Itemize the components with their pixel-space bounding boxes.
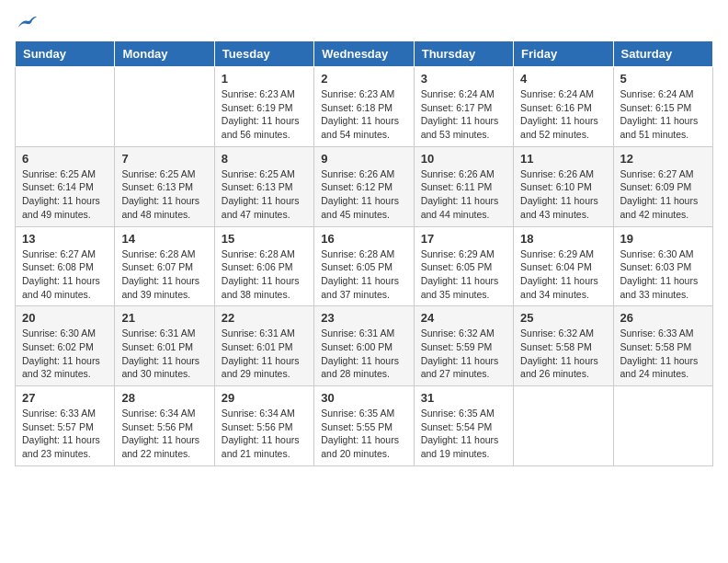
calendar-header-friday: Friday xyxy=(514,41,613,67)
day-info: Sunrise: 6:28 AM Sunset: 6:07 PM Dayligh… xyxy=(121,247,207,302)
day-number: 16 xyxy=(321,232,406,246)
calendar-cell: 22Sunrise: 6:31 AM Sunset: 6:01 PM Dayli… xyxy=(214,306,313,386)
day-info: Sunrise: 6:24 AM Sunset: 6:16 PM Dayligh… xyxy=(520,87,606,142)
calendar-cell xyxy=(16,67,115,147)
calendar-header-wednesday: Wednesday xyxy=(314,41,414,67)
day-info: Sunrise: 6:31 AM Sunset: 6:01 PM Dayligh… xyxy=(121,327,207,381)
day-number: 25 xyxy=(520,311,606,325)
day-info: Sunrise: 6:25 AM Sunset: 6:13 PM Dayligh… xyxy=(121,167,207,222)
day-info: Sunrise: 6:24 AM Sunset: 6:15 PM Dayligh… xyxy=(620,87,706,142)
calendar-week-row: 27Sunrise: 6:33 AM Sunset: 5:57 PM Dayli… xyxy=(16,386,713,466)
calendar-cell: 15Sunrise: 6:28 AM Sunset: 6:06 PM Dayli… xyxy=(214,226,313,306)
calendar-cell: 9Sunrise: 6:26 AM Sunset: 6:12 PM Daylig… xyxy=(314,146,414,226)
day-info: Sunrise: 6:24 AM Sunset: 6:17 PM Dayligh… xyxy=(421,87,506,142)
day-info: Sunrise: 6:31 AM Sunset: 6:01 PM Dayligh… xyxy=(222,327,307,381)
day-number: 21 xyxy=(121,311,207,325)
calendar-cell: 23Sunrise: 6:31 AM Sunset: 6:00 PM Dayli… xyxy=(314,306,414,386)
calendar-cell: 14Sunrise: 6:28 AM Sunset: 6:07 PM Dayli… xyxy=(115,226,214,306)
day-number: 27 xyxy=(22,391,108,405)
calendar-header-monday: Monday xyxy=(115,41,214,67)
day-info: Sunrise: 6:33 AM Sunset: 5:57 PM Dayligh… xyxy=(22,407,108,461)
day-info: Sunrise: 6:30 AM Sunset: 6:03 PM Dayligh… xyxy=(620,247,706,302)
calendar-cell: 29Sunrise: 6:34 AM Sunset: 5:56 PM Dayli… xyxy=(214,386,313,466)
calendar-cell xyxy=(115,67,214,147)
day-number: 10 xyxy=(421,152,506,166)
day-number: 3 xyxy=(421,72,506,86)
day-info: Sunrise: 6:35 AM Sunset: 5:55 PM Dayligh… xyxy=(321,407,406,461)
calendar-cell: 27Sunrise: 6:33 AM Sunset: 5:57 PM Dayli… xyxy=(16,386,115,466)
day-number: 18 xyxy=(520,232,606,246)
calendar-cell: 28Sunrise: 6:34 AM Sunset: 5:56 PM Dayli… xyxy=(115,386,214,466)
calendar-header-row: SundayMondayTuesdayWednesdayThursdayFrid… xyxy=(16,41,713,67)
day-info: Sunrise: 6:26 AM Sunset: 6:12 PM Dayligh… xyxy=(321,167,406,222)
day-number: 26 xyxy=(620,311,706,325)
calendar-cell: 24Sunrise: 6:32 AM Sunset: 5:59 PM Dayli… xyxy=(414,306,513,386)
day-number: 9 xyxy=(321,152,406,166)
calendar-cell: 20Sunrise: 6:30 AM Sunset: 6:02 PM Dayli… xyxy=(16,306,115,386)
calendar-header-saturday: Saturday xyxy=(613,41,712,67)
calendar-week-row: 1Sunrise: 6:23 AM Sunset: 6:19 PM Daylig… xyxy=(16,67,713,147)
day-number: 4 xyxy=(520,72,606,86)
calendar-header-tuesday: Tuesday xyxy=(214,41,313,67)
day-number: 8 xyxy=(222,152,307,166)
calendar-header-thursday: Thursday xyxy=(414,41,513,67)
calendar-cell: 6Sunrise: 6:25 AM Sunset: 6:14 PM Daylig… xyxy=(16,146,115,226)
calendar-cell: 21Sunrise: 6:31 AM Sunset: 6:01 PM Dayli… xyxy=(115,306,214,386)
day-number: 24 xyxy=(421,311,506,325)
calendar-cell: 18Sunrise: 6:29 AM Sunset: 6:04 PM Dayli… xyxy=(514,226,613,306)
calendar-cell: 10Sunrise: 6:26 AM Sunset: 6:11 PM Dayli… xyxy=(414,146,513,226)
day-number: 29 xyxy=(222,391,307,405)
calendar-cell: 16Sunrise: 6:28 AM Sunset: 6:05 PM Dayli… xyxy=(314,226,414,306)
calendar-week-row: 20Sunrise: 6:30 AM Sunset: 6:02 PM Dayli… xyxy=(16,306,713,386)
day-number: 14 xyxy=(121,232,207,246)
calendar-cell: 19Sunrise: 6:30 AM Sunset: 6:03 PM Dayli… xyxy=(613,226,712,306)
day-number: 30 xyxy=(321,391,406,405)
day-info: Sunrise: 6:32 AM Sunset: 5:58 PM Dayligh… xyxy=(520,327,606,381)
calendar-cell: 13Sunrise: 6:27 AM Sunset: 6:08 PM Dayli… xyxy=(16,226,115,306)
day-number: 22 xyxy=(222,311,307,325)
day-info: Sunrise: 6:31 AM Sunset: 6:00 PM Dayligh… xyxy=(321,327,406,381)
day-info: Sunrise: 6:29 AM Sunset: 6:05 PM Dayligh… xyxy=(421,247,506,302)
calendar-cell: 30Sunrise: 6:35 AM Sunset: 5:55 PM Dayli… xyxy=(314,386,414,466)
day-number: 23 xyxy=(321,311,406,325)
logo-bird-icon xyxy=(17,15,37,31)
calendar-header-sunday: Sunday xyxy=(16,41,115,67)
calendar-week-row: 13Sunrise: 6:27 AM Sunset: 6:08 PM Dayli… xyxy=(16,226,713,306)
calendar-cell: 31Sunrise: 6:35 AM Sunset: 5:54 PM Dayli… xyxy=(414,386,513,466)
day-info: Sunrise: 6:27 AM Sunset: 6:08 PM Dayligh… xyxy=(22,247,108,302)
calendar-cell: 11Sunrise: 6:26 AM Sunset: 6:10 PM Dayli… xyxy=(514,146,613,226)
calendar-cell: 7Sunrise: 6:25 AM Sunset: 6:13 PM Daylig… xyxy=(115,146,214,226)
day-number: 31 xyxy=(421,391,506,405)
day-info: Sunrise: 6:28 AM Sunset: 6:06 PM Dayligh… xyxy=(222,247,307,302)
day-number: 17 xyxy=(421,232,506,246)
calendar-cell: 12Sunrise: 6:27 AM Sunset: 6:09 PM Dayli… xyxy=(613,146,712,226)
calendar-cell xyxy=(514,386,613,466)
day-info: Sunrise: 6:33 AM Sunset: 5:58 PM Dayligh… xyxy=(620,327,706,381)
calendar-cell: 17Sunrise: 6:29 AM Sunset: 6:05 PM Dayli… xyxy=(414,226,513,306)
calendar-body: 1Sunrise: 6:23 AM Sunset: 6:19 PM Daylig… xyxy=(16,67,713,466)
day-number: 11 xyxy=(520,152,606,166)
calendar-cell: 26Sunrise: 6:33 AM Sunset: 5:58 PM Dayli… xyxy=(613,306,712,386)
day-number: 20 xyxy=(22,311,108,325)
calendar-week-row: 6Sunrise: 6:25 AM Sunset: 6:14 PM Daylig… xyxy=(16,146,713,226)
calendar-cell: 25Sunrise: 6:32 AM Sunset: 5:58 PM Dayli… xyxy=(514,306,613,386)
day-number: 15 xyxy=(222,232,307,246)
day-info: Sunrise: 6:32 AM Sunset: 5:59 PM Dayligh… xyxy=(421,327,506,381)
calendar-table: SundayMondayTuesdayWednesdayThursdayFrid… xyxy=(15,40,713,466)
calendar-cell: 3Sunrise: 6:24 AM Sunset: 6:17 PM Daylig… xyxy=(414,67,513,147)
day-info: Sunrise: 6:23 AM Sunset: 6:18 PM Dayligh… xyxy=(321,87,406,142)
day-number: 28 xyxy=(121,391,207,405)
calendar-cell: 4Sunrise: 6:24 AM Sunset: 6:16 PM Daylig… xyxy=(514,67,613,147)
day-info: Sunrise: 6:35 AM Sunset: 5:54 PM Dayligh… xyxy=(421,407,506,461)
day-info: Sunrise: 6:34 AM Sunset: 5:56 PM Dayligh… xyxy=(222,407,307,461)
day-info: Sunrise: 6:34 AM Sunset: 5:56 PM Dayligh… xyxy=(121,407,207,461)
day-info: Sunrise: 6:26 AM Sunset: 6:10 PM Dayligh… xyxy=(520,167,606,222)
day-number: 13 xyxy=(22,232,108,246)
calendar-cell: 8Sunrise: 6:25 AM Sunset: 6:13 PM Daylig… xyxy=(214,146,313,226)
day-number: 5 xyxy=(620,72,706,86)
day-info: Sunrise: 6:25 AM Sunset: 6:14 PM Dayligh… xyxy=(22,167,108,222)
calendar-cell: 2Sunrise: 6:23 AM Sunset: 6:18 PM Daylig… xyxy=(314,67,414,147)
day-info: Sunrise: 6:23 AM Sunset: 6:19 PM Dayligh… xyxy=(222,87,307,142)
logo xyxy=(15,15,37,31)
page-header xyxy=(15,15,713,31)
